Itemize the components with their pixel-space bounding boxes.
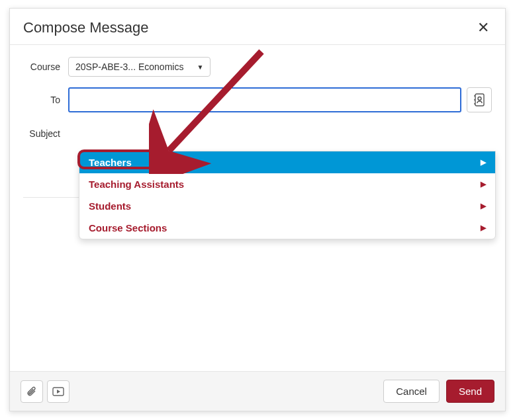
chevron-right-icon: ▶	[481, 224, 486, 232]
caret-down-icon: ▼	[197, 63, 203, 71]
media-button[interactable]	[47, 380, 70, 403]
course-select[interactable]: 20SP-ABE-3... Economics ▼	[68, 57, 211, 77]
modal-title: Compose Message	[23, 19, 149, 36]
dropdown-item-label: Teaching Assistants	[89, 179, 184, 190]
address-book-icon	[473, 93, 485, 106]
dropdown-item-label: Students	[89, 200, 131, 212]
close-icon: ✕	[477, 19, 489, 36]
recipient-dropdown: Teachers ▶ Teaching Assistants ▶ Student…	[79, 151, 496, 239]
cancel-button[interactable]: Cancel	[383, 380, 440, 403]
dropdown-item-label: Course Sections	[89, 222, 167, 233]
attachment-button[interactable]	[21, 380, 43, 403]
compose-message-modal: Compose Message ✕ Course 20SP-ABE-3... E…	[9, 8, 506, 411]
dropdown-item-students[interactable]: Students ▶	[79, 195, 495, 217]
course-row: Course 20SP-ABE-3... Economics ▼	[23, 57, 492, 77]
dropdown-item-course-sections[interactable]: Course Sections ▶	[79, 217, 495, 239]
course-selected-value: 20SP-ABE-3... Economics	[75, 62, 183, 72]
send-button[interactable]: Send	[446, 380, 494, 403]
svg-point-1	[478, 97, 481, 101]
to-row: To	[23, 87, 492, 112]
chevron-right-icon: ▶	[481, 202, 486, 210]
dropdown-item-label: Teachers	[89, 157, 132, 168]
course-label: Course	[23, 62, 68, 72]
dropdown-item-teaching-assistants[interactable]: Teaching Assistants ▶	[79, 173, 495, 195]
dropdown-item-teachers[interactable]: Teachers ▶	[79, 151, 495, 173]
modal-footer: Cancel Send	[10, 371, 505, 411]
to-input[interactable]	[68, 87, 461, 112]
chevron-right-icon: ▶	[481, 158, 486, 167]
subject-input[interactable]	[68, 123, 492, 144]
modal-header: Compose Message ✕	[10, 9, 505, 45]
subject-row: Subject	[23, 123, 492, 144]
to-label: To	[23, 95, 68, 105]
close-button[interactable]: ✕	[475, 19, 492, 36]
to-input-wrap	[68, 87, 492, 112]
subject-label: Subject	[23, 128, 68, 139]
media-icon	[52, 387, 64, 396]
paperclip-icon	[26, 386, 37, 398]
chevron-right-icon: ▶	[481, 180, 486, 189]
footer-right: Cancel Send	[383, 380, 494, 403]
address-book-button[interactable]	[467, 87, 492, 112]
modal-body: Course 20SP-ABE-3... Economics ▼ To	[10, 45, 505, 371]
footer-left	[21, 380, 70, 403]
